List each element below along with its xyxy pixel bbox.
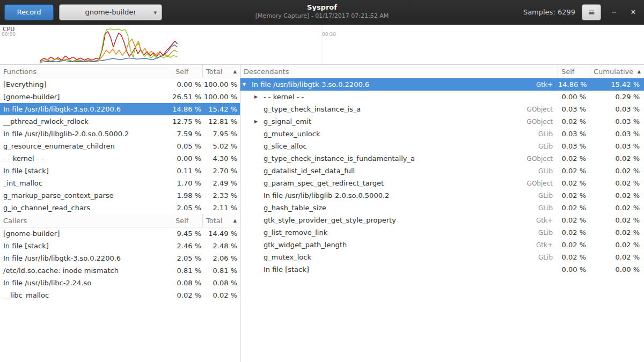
total-value-cell: 0.02 % bbox=[203, 291, 240, 299]
column-header-total-label: Total bbox=[206, 68, 222, 76]
process-selector-dropdown[interactable]: gnome-builder ▾ bbox=[59, 4, 162, 20]
descendant-name-cell: g_type_check_instance_is_a bbox=[240, 105, 521, 113]
column-header-functions[interactable]: Functions bbox=[0, 65, 172, 78]
self-value-cell: 1.98 % bbox=[172, 191, 203, 200]
descendant-row[interactable]: g_datalist_id_set_data_fullGLib0.02 %0.0… bbox=[240, 165, 644, 177]
self-value-cell: 0.00 % bbox=[558, 93, 590, 101]
self-value-cell: 0.11 % bbox=[172, 167, 203, 175]
left-pane: Functions Self Total ▲ [Everything]0.00 … bbox=[0, 65, 240, 362]
library-label: GObject bbox=[521, 118, 558, 125]
column-header-callers[interactable]: Callers bbox=[0, 214, 172, 227]
descendant-name-cell: ▼In file /usr/lib/libgtk-3.so.0.2200.6 bbox=[240, 80, 521, 88]
cumulative-value-cell: 0.02 % bbox=[590, 216, 644, 224]
function-row[interactable]: In file /usr/lib/libgtk-3.so.0.2200.614.… bbox=[0, 103, 240, 115]
expand-arrow-icon[interactable]: ▶ bbox=[254, 119, 264, 124]
column-header-descendants[interactable]: Descendants bbox=[240, 65, 558, 78]
self-value-cell: 14.86 % bbox=[172, 105, 203, 113]
library-label: GLib bbox=[521, 143, 558, 150]
total-value-cell: 2.49 % bbox=[203, 179, 240, 187]
descendant-row[interactable]: ▶g_signal_emitGObject0.02 %0.03 % bbox=[240, 115, 644, 128]
cumulative-value-cell: 0.02 % bbox=[590, 167, 644, 175]
function-row[interactable]: __pthread_rwlock_rdlock12.75 %12.81 % bbox=[0, 115, 240, 128]
function-name: gtk_style_provider_get_style_property bbox=[264, 216, 396, 224]
cpu-graph[interactable]: CPU 00:00 00:30 bbox=[0, 25, 644, 65]
caller-row[interactable]: [gnome-builder]9.45 %14.49 % bbox=[0, 227, 240, 240]
function-row[interactable]: In file /usr/lib/libglib-2.0.so.0.5000.2… bbox=[0, 128, 240, 140]
caller-row[interactable]: In file /usr/lib/libgtk-3.so.0.2200.62.0… bbox=[0, 252, 240, 264]
descendant-row[interactable]: g_param_spec_get_redirect_targetGObject0… bbox=[240, 177, 644, 189]
column-header-total[interactable]: Total ▲ bbox=[203, 214, 240, 227]
library-label: GObject bbox=[521, 180, 558, 187]
function-row[interactable]: g_io_channel_read_chars2.05 %2.11 % bbox=[0, 202, 240, 214]
library-label: GLib bbox=[521, 167, 558, 175]
collapse-arrow-icon[interactable]: ▼ bbox=[243, 82, 252, 87]
self-value-cell: 0.02 % bbox=[558, 241, 590, 249]
record-button[interactable]: Record bbox=[4, 4, 54, 20]
self-value-cell: 0.05 % bbox=[172, 142, 203, 150]
function-row[interactable]: In file [stack]0.11 %2.70 % bbox=[0, 165, 240, 177]
function-row[interactable]: - - kernel - -0.00 %4.30 % bbox=[0, 152, 240, 165]
descendant-row[interactable]: g_mutex_lockGLib0.02 %0.02 % bbox=[240, 251, 644, 263]
header-right-group: Samples: 6299 ≡ − × bbox=[523, 4, 640, 20]
cumulative-value-cell: 15.42 % bbox=[590, 80, 644, 88]
self-value-cell: 1.70 % bbox=[172, 179, 203, 187]
descendant-row[interactable]: g_hash_table_sizeGLib0.02 %0.02 % bbox=[240, 202, 644, 214]
descendant-row[interactable]: In file [stack]0.00 %0.00 % bbox=[240, 263, 644, 276]
self-value-cell: 9.45 % bbox=[172, 230, 203, 238]
function-name-cell: In file [stack] bbox=[0, 167, 172, 175]
total-value-cell: 7.95 % bbox=[203, 130, 240, 138]
expand-arrow-icon[interactable]: ▶ bbox=[254, 94, 264, 99]
total-value-cell: 0.08 % bbox=[203, 279, 240, 287]
descendant-row[interactable]: gtk_widget_path_lengthGtk+0.02 %0.02 % bbox=[240, 239, 644, 251]
caller-row[interactable]: __libc_malloc0.02 %0.02 % bbox=[0, 289, 240, 301]
descendant-row[interactable]: ▼In file /usr/lib/libgtk-3.so.0.2200.6Gt… bbox=[240, 78, 644, 91]
descendant-name-cell: g_hash_table_size bbox=[240, 204, 521, 212]
self-value-cell: 7.59 % bbox=[172, 130, 203, 138]
self-value-cell: 0.00 % bbox=[172, 80, 203, 88]
descendant-name-cell: g_param_spec_get_redirect_target bbox=[240, 179, 521, 187]
menu-button[interactable]: ≡ bbox=[582, 4, 601, 20]
function-row[interactable]: g_resource_enumerate_children0.05 %5.02 … bbox=[0, 140, 240, 152]
descendant-name-cell: g_slice_alloc bbox=[240, 142, 521, 150]
minimize-button[interactable]: − bbox=[608, 6, 620, 19]
column-header-cumulative[interactable]: Cumulative ▲ bbox=[590, 65, 644, 78]
function-name-cell: /etc/ld.so.cache: inode mismatch bbox=[0, 267, 172, 275]
function-name-cell: In file /usr/lib/libglib-2.0.so.0.5000.2 bbox=[0, 130, 172, 138]
column-header-self[interactable]: Self bbox=[558, 65, 590, 78]
self-value-cell: 12.75 % bbox=[172, 117, 203, 125]
function-name: In file /usr/lib/libglib-2.0.so.0.5000.2 bbox=[264, 191, 389, 200]
descendant-row[interactable]: g_slice_allocGLib0.03 %0.03 % bbox=[240, 140, 644, 152]
function-name-cell: g_resource_enumerate_children bbox=[0, 142, 172, 150]
descendant-name-cell: gtk_style_provider_get_style_property bbox=[240, 216, 521, 224]
descendant-name-cell: g_datalist_id_set_data_full bbox=[240, 167, 521, 175]
function-name: g_type_check_instance_is_fundamentally_a bbox=[264, 154, 415, 162]
self-value-cell: 2.05 % bbox=[172, 254, 203, 262]
descendants-table-header: Descendants Self Cumulative ▲ bbox=[240, 65, 644, 78]
function-name-cell: [gnome-builder] bbox=[0, 230, 172, 238]
close-button[interactable]: × bbox=[627, 6, 640, 19]
self-value-cell: 14.86 % bbox=[558, 80, 590, 88]
descendant-row[interactable]: ▶- - kernel - -0.00 %0.29 % bbox=[240, 91, 644, 103]
column-header-self[interactable]: Self bbox=[172, 214, 203, 227]
column-header-total-label: Total bbox=[206, 217, 222, 225]
descendant-row[interactable]: g_mutex_unlockGLib0.03 %0.03 % bbox=[240, 128, 644, 140]
caller-row[interactable]: In file /usr/lib/libc-2.24.so0.08 %0.08 … bbox=[0, 277, 240, 289]
function-row[interactable]: [Everything]0.00 %100.00 % bbox=[0, 78, 240, 91]
column-header-self[interactable]: Self bbox=[172, 65, 203, 78]
self-value-cell: 26.51 % bbox=[172, 93, 203, 101]
function-row[interactable]: g_markup_parse_context_parse1.98 %2.33 % bbox=[0, 189, 240, 202]
descendant-row[interactable]: g_type_check_instance_is_fundamentally_a… bbox=[240, 152, 644, 165]
descendant-row[interactable]: g_list_remove_linkGLib0.02 %0.02 % bbox=[240, 226, 644, 239]
descendant-row[interactable]: gtk_style_provider_get_style_propertyGtk… bbox=[240, 214, 644, 226]
total-value-cell: 14.49 % bbox=[203, 230, 240, 238]
descendant-row[interactable]: In file /usr/lib/libglib-2.0.so.0.5000.2… bbox=[240, 189, 644, 202]
function-row[interactable]: _int_malloc1.70 %2.49 % bbox=[0, 177, 240, 189]
descendant-row[interactable]: g_type_check_instance_is_aGObject0.03 %0… bbox=[240, 103, 644, 115]
caller-row[interactable]: In file [stack]2.46 %2.48 % bbox=[0, 240, 240, 252]
function-row[interactable]: [gnome-builder]26.51 %100.00 % bbox=[0, 91, 240, 103]
self-value-cell: 0.08 % bbox=[172, 279, 203, 287]
caller-row[interactable]: /etc/ld.so.cache: inode mismatch0.81 %0.… bbox=[0, 264, 240, 277]
column-header-total[interactable]: Total ▲ bbox=[203, 65, 240, 78]
descendant-name-cell: gtk_widget_path_length bbox=[240, 241, 521, 249]
library-label: GLib bbox=[521, 204, 558, 212]
